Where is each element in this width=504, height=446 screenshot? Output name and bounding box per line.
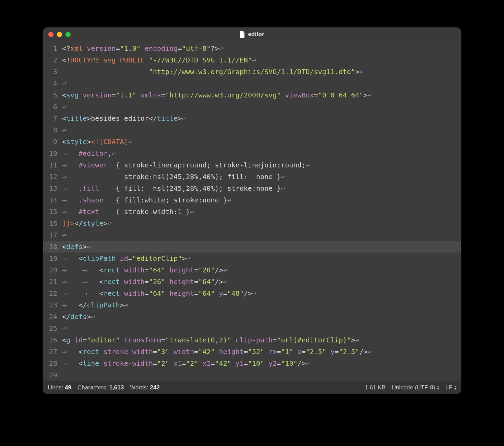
line-number: 8 (43, 124, 62, 136)
code-line[interactable]: 8↩ (43, 124, 461, 136)
code-line[interactable]: 9<style><![CDATA[↩ (43, 136, 461, 148)
line-number: 7 (43, 113, 62, 124)
words-value: 242 (150, 384, 159, 391)
close-icon[interactable] (48, 32, 53, 37)
minimize-icon[interactable] (57, 32, 62, 37)
editor-window: editor 1<?xml version="1.0" encoding="ut… (43, 27, 461, 394)
line-number: 15 (43, 206, 62, 218)
lines-label: Lines: (48, 384, 63, 391)
line-number: 4 (43, 78, 62, 89)
code-content[interactable]: ↩ (62, 229, 457, 241)
code-line[interactable]: 26<g id="editor" transform="translate(0,… (43, 334, 461, 346)
filesize: 1.61 KB (365, 384, 386, 391)
code-content[interactable]: ⟶ #editor,↩ (62, 148, 457, 159)
code-content[interactable]: ]]></style>↩ (62, 218, 457, 229)
code-content[interactable]: ⟶ #viewer { stroke-linecap:round; stroke… (62, 159, 457, 171)
code-content[interactable]: ⟶ #text { stroke-width:1 }↩ (62, 206, 457, 218)
code-line[interactable]: 22⟶ ⟶ <rect width="64" height="64" y="48… (43, 287, 461, 299)
code-line[interactable]: 20⟶ ⟶ <rect width="64" height="20"/>↩ (43, 264, 461, 276)
line-number: 26 (43, 334, 62, 346)
line-number: 23 (43, 299, 62, 311)
code-editor[interactable]: 1<?xml version="1.0" encoding="utf-8"?>↩… (43, 41, 461, 381)
line-number: 12 (43, 171, 62, 183)
code-line[interactable]: 25↩ (43, 322, 461, 334)
code-line[interactable]: 24</defs>↩ (43, 311, 461, 322)
code-content[interactable] (62, 369, 457, 381)
code-line[interactable]: 28⟶ <line stroke-width="2" x1="2" x2="42… (43, 357, 461, 369)
code-line[interactable]: 3 "http://www.w3.org/Graphics/SVG/1.1/DT… (43, 66, 461, 78)
chars-label: Characters: (77, 384, 108, 391)
code-content[interactable]: </defs>↩ (62, 311, 457, 322)
line-number: 2 (43, 54, 62, 66)
line-number: 29 (43, 369, 62, 381)
code-line[interactable]: 17↩ (43, 229, 461, 241)
window-title-text: editor (248, 31, 264, 38)
code-line[interactable]: 15⟶ #text { stroke-width:1 }↩ (43, 206, 461, 218)
line-number: 20 (43, 264, 62, 276)
line-number: 16 (43, 218, 62, 229)
code-line[interactable]: 4↩ (43, 78, 461, 89)
code-line[interactable]: 16]]></style>↩ (43, 218, 461, 229)
code-content[interactable]: ↩ (62, 101, 457, 113)
code-line[interactable]: 13⟶ .fill { fill: hsl(245,28%,40%); stro… (43, 183, 461, 194)
code-content[interactable]: ⟶ <rect stroke-width="3" width="42" heig… (62, 346, 457, 357)
line-number: 27 (43, 346, 62, 357)
encoding-value: Unicode (UTF-8) (392, 384, 435, 391)
code-content[interactable]: ⟶ <line stroke-width="2" x1="2" x2="42" … (62, 357, 457, 369)
code-line[interactable]: 10⟶ #editor,↩ (43, 148, 461, 159)
code-content[interactable]: ⟶ </clipPath>↩ (62, 299, 457, 311)
line-number: 18 (43, 241, 62, 253)
line-number: 9 (43, 136, 62, 148)
chars-value: 1,613 (109, 384, 124, 391)
code-content[interactable]: ↩ (62, 78, 457, 89)
code-line[interactable]: 21⟶ ⟶ <rect width="26" height="64"/>↩ (43, 276, 461, 287)
code-content[interactable]: "http://www.w3.org/Graphics/SVG/1.1/DTD/… (62, 66, 457, 78)
code-content[interactable]: <defs>↩ (62, 241, 457, 253)
encoding-dropdown[interactable]: Unicode (UTF-8) ▴▾ (392, 384, 440, 391)
line-number: 3 (43, 66, 62, 78)
code-content[interactable]: ⟶ .shape { fill:white; stroke:none }↩ (62, 194, 457, 206)
code-line[interactable]: 1<?xml version="1.0" encoding="utf-8"?>↩ (43, 43, 461, 54)
window-title: editor (43, 31, 461, 38)
line-number: 17 (43, 229, 62, 241)
code-line[interactable]: 2<!DOCTYPE svg PUBLIC "-//W3C//DTD SVG 1… (43, 54, 461, 66)
line-number: 6 (43, 101, 62, 113)
code-content[interactable]: ⟶ .fill { fill: hsl(245,28%,40%); stroke… (62, 183, 457, 194)
line-number: 10 (43, 148, 62, 159)
line-number: 22 (43, 287, 62, 299)
code-line[interactable]: 29 (43, 369, 461, 381)
code-line[interactable]: 6↩ (43, 101, 461, 113)
code-line[interactable]: 11⟶ #viewer { stroke-linecap:round; stro… (43, 159, 461, 171)
code-line[interactable]: 18<defs>↩ (43, 241, 461, 253)
code-content[interactable]: <style><![CDATA[↩ (62, 136, 457, 148)
code-line[interactable]: 14⟶ .shape { fill:white; stroke:none }↩ (43, 194, 461, 206)
chevron-updown-icon: ▴▾ (454, 385, 456, 390)
statusbar: Lines: 49 Characters: 1,613 Words: 242 1… (43, 381, 461, 394)
titlebar[interactable]: editor (43, 27, 461, 41)
code-content[interactable]: ⟶ stroke:hsl(245,28%,40%); fill: none }↩ (62, 171, 457, 183)
code-line[interactable]: 5<svg version="1.1" xmlns="http://www.w3… (43, 89, 461, 101)
code-content[interactable]: ⟶ ⟶ <rect width="64" height="20"/>↩ (62, 264, 457, 276)
code-content[interactable]: ↩ (62, 322, 457, 334)
code-line[interactable]: 23⟶ </clipPath>↩ (43, 299, 461, 311)
code-content[interactable]: ↩ (62, 124, 457, 136)
words-stat: Words: 242 (130, 384, 160, 391)
lines-value: 49 (65, 384, 71, 391)
code-content[interactable]: <!DOCTYPE svg PUBLIC "-//W3C//DTD SVG 1.… (62, 54, 457, 66)
code-content[interactable]: ⟶ ⟶ <rect width="26" height="64"/>↩ (62, 276, 457, 287)
code-content[interactable]: <g id="editor" transform="translate(0,2)… (62, 334, 457, 346)
code-content[interactable]: <title>besides editor</title>↩ (62, 113, 457, 124)
line-number: 14 (43, 194, 62, 206)
zoom-icon[interactable] (65, 32, 71, 37)
code-content[interactable]: ⟶ ⟶ <rect width="64" height="64" y="48"/… (62, 287, 457, 299)
code-line[interactable]: 19⟶ <clipPath id="editorClip">↩ (43, 253, 461, 264)
code-line[interactable]: 12⟶ stroke:hsl(245,28%,40%); fill: none … (43, 171, 461, 183)
line-ending-dropdown[interactable]: LF ▴▾ (445, 384, 456, 391)
code-content[interactable]: ⟶ <clipPath id="editorClip">↩ (62, 253, 457, 264)
line-number: 5 (43, 89, 62, 101)
code-content[interactable]: <svg version="1.1" xmlns="http://www.w3.… (62, 89, 457, 101)
code-line[interactable]: 7<title>besides editor</title>↩ (43, 113, 461, 124)
code-line[interactable]: 27⟶ <rect stroke-width="3" width="42" he… (43, 346, 461, 357)
line-number: 19 (43, 253, 62, 264)
code-content[interactable]: <?xml version="1.0" encoding="utf-8"?>↩ (62, 43, 457, 54)
